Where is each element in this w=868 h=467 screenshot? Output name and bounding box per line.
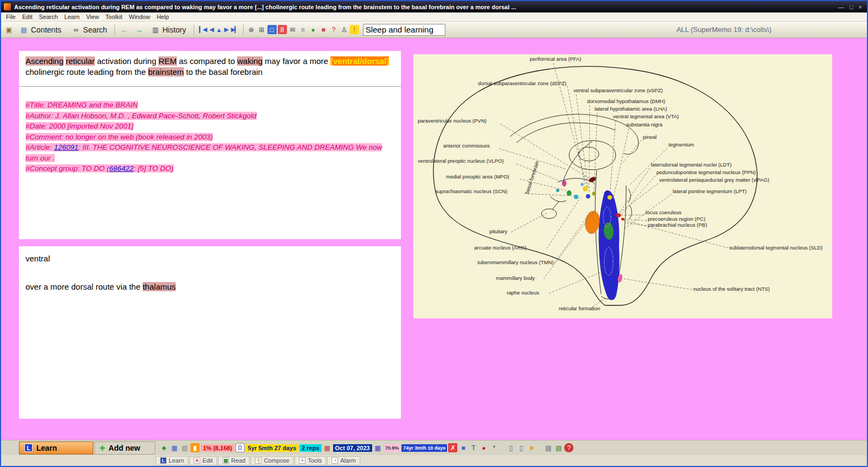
- reference-text: #Comment: no longer on the web (book rel…: [25, 133, 213, 141]
- read-tab-icon: ▤: [222, 457, 229, 464]
- last-element-icon[interactable]: ▶▎: [229, 25, 240, 34]
- tab-alarm[interactable]: ◔Alarm: [327, 456, 360, 465]
- view-grid-icon[interactable]: ⊞: [257, 25, 266, 34]
- learn-button-icon: L: [24, 444, 33, 452]
- burden-badge: 74yr 3mth 10 days: [401, 444, 447, 452]
- leader-line: [622, 215, 644, 215]
- close-button[interactable]: ×: [859, 4, 862, 10]
- reference-line: #Comment: no longer on the web (book rel…: [25, 132, 394, 143]
- extract-highlight: waking: [237, 56, 263, 66]
- tab-learn[interactable]: LLearn: [156, 456, 188, 465]
- zoom-icon[interactable]: ⊕: [247, 25, 256, 34]
- question-divider: [19, 86, 401, 87]
- template-icon[interactable]: ▧: [180, 443, 189, 452]
- menu-view[interactable]: View: [83, 13, 103, 21]
- back-icon[interactable]: ←: [118, 25, 131, 34]
- add-new-button[interactable]: + Add new: [94, 442, 155, 455]
- search-button[interactable]: ∞ Search: [67, 24, 111, 36]
- sync-icon[interactable]: ●: [309, 25, 318, 34]
- diagram-label: ventrolateral periaqueductal grey matter…: [659, 177, 769, 183]
- menu-toolkit[interactable]: Toolkit: [102, 13, 125, 21]
- pituitary-stalk: [552, 202, 559, 209]
- separator: [243, 24, 244, 35]
- element-title-field[interactable]: Sleep and learning: [363, 24, 445, 36]
- minimize-button[interactable]: —: [838, 4, 844, 10]
- forward-icon[interactable]: →: [132, 25, 145, 34]
- tab-edit[interactable]: AEdit: [189, 456, 217, 465]
- repetitions-badge: 2 reps: [299, 444, 321, 452]
- menu-edit[interactable]: Edit: [19, 13, 36, 21]
- book-icon[interactable]: ▤: [554, 443, 563, 452]
- learn-button[interactable]: L Learn: [19, 442, 93, 455]
- element-title-text: Sleep and learning: [366, 25, 433, 34]
- next-element-icon[interactable]: ▶: [222, 25, 229, 34]
- element-window: Ascending reticular activation during RE…: [1, 38, 867, 440]
- tab-tools[interactable]: +Tools: [295, 456, 326, 465]
- history-label: History: [162, 25, 186, 34]
- diagram-label: anterior commissure: [443, 143, 490, 149]
- leader-line: [511, 213, 547, 232]
- notes-icon[interactable]: ≡: [298, 25, 308, 34]
- copy-doc-icon[interactable]: ▯: [516, 443, 526, 452]
- menu-file[interactable]: File: [3, 13, 19, 21]
- volume-icon[interactable]: 8: [278, 25, 287, 34]
- diagram-label: lateral pontine tegmentum (LPT): [673, 188, 746, 194]
- menu-learn[interactable]: Learn: [61, 13, 83, 21]
- record-icon[interactable]: ●: [479, 443, 488, 452]
- screen-icon[interactable]: □: [267, 25, 277, 34]
- gear-icon[interactable]: *: [489, 443, 499, 452]
- knowledge-tree-icon[interactable]: ♣: [159, 443, 169, 452]
- answer-detail: over a more dorsal route via the thalamu…: [25, 282, 394, 292]
- vta-dot: [608, 195, 612, 200]
- open-collection-icon[interactable]: ▣: [4, 25, 14, 34]
- calendar-alt-icon[interactable]: ▦: [373, 443, 382, 452]
- reference-line: #Concept group: TO DO (686422: [5] TO DO…: [25, 163, 394, 174]
- tab-compose[interactable]: ¶Compose: [251, 456, 293, 465]
- maximize-button[interactable]: □: [850, 4, 853, 10]
- diagram-label: tegmentum: [668, 142, 694, 148]
- history-button[interactable]: ▥ History: [146, 24, 190, 36]
- contents-button[interactable]: ▤ Contents: [15, 24, 66, 36]
- text-icon[interactable]: T: [469, 443, 478, 452]
- folder-icon[interactable]: ■: [527, 443, 536, 452]
- dismiss-icon[interactable]: ✗: [448, 443, 457, 452]
- previous-element-icon[interactable]: ◀: [208, 25, 214, 34]
- parent-element-icon[interactable]: ▲: [214, 25, 222, 34]
- new-doc-icon[interactable]: ▯: [506, 443, 515, 452]
- reference-text: #Concept group: TO DO (: [25, 164, 109, 172]
- diagram-label: basal forebrain: [524, 160, 540, 194]
- diagram-label: sublaterodorsal tegmental nucleus (SLD): [729, 245, 822, 251]
- interval-icon[interactable]: 0: [235, 443, 245, 452]
- mail-icon[interactable]: ✉: [288, 25, 297, 34]
- reference-link[interactable]: 126091: [54, 143, 79, 151]
- first-element-icon[interactable]: ▎◀: [197, 25, 208, 34]
- collection-label: ALL (SuperMemo 19: d:\colls\): [676, 25, 771, 34]
- reference-link[interactable]: 686422: [109, 164, 133, 172]
- palette-icon[interactable]: ■: [319, 25, 328, 34]
- contents-icon: ▤: [20, 25, 28, 34]
- leader-line: [620, 168, 650, 213]
- diagram-label: medial preoptic area (MPO): [446, 174, 509, 180]
- gallery-icon[interactable]: ▦: [170, 443, 179, 452]
- question-segment: may favor a more: [263, 56, 330, 66]
- lha-dot: [592, 192, 596, 196]
- tab-read[interactable]: ▤Read: [218, 456, 250, 465]
- diagram-label: ventral subparaventricular zone (vSPZ): [573, 87, 663, 93]
- menu-search[interactable]: Search: [36, 13, 61, 21]
- help-red-icon[interactable]: ?: [564, 443, 573, 452]
- priority-icon[interactable]: ▮: [190, 443, 200, 452]
- small-teal-dot: [556, 189, 559, 192]
- tab-label: Edit: [202, 457, 213, 464]
- user-icon[interactable]: ♙: [340, 25, 349, 34]
- supermemo-window: Ascending reticular activation during RE…: [0, 0, 868, 467]
- menu-help[interactable]: Help: [154, 13, 173, 21]
- reticular-formation-region: [598, 190, 619, 300]
- menu-window[interactable]: Window: [126, 13, 154, 21]
- export-icon[interactable]: ▤: [544, 443, 553, 452]
- tip-icon[interactable]: !: [350, 25, 359, 34]
- window-icon[interactable]: ■: [458, 443, 468, 452]
- help-icon[interactable]: ?: [329, 25, 339, 34]
- next-repetition-badge: Oct 07, 2023: [333, 444, 372, 452]
- calendar-icon[interactable]: ▦: [323, 443, 332, 452]
- extract-highlight: REM: [158, 56, 176, 66]
